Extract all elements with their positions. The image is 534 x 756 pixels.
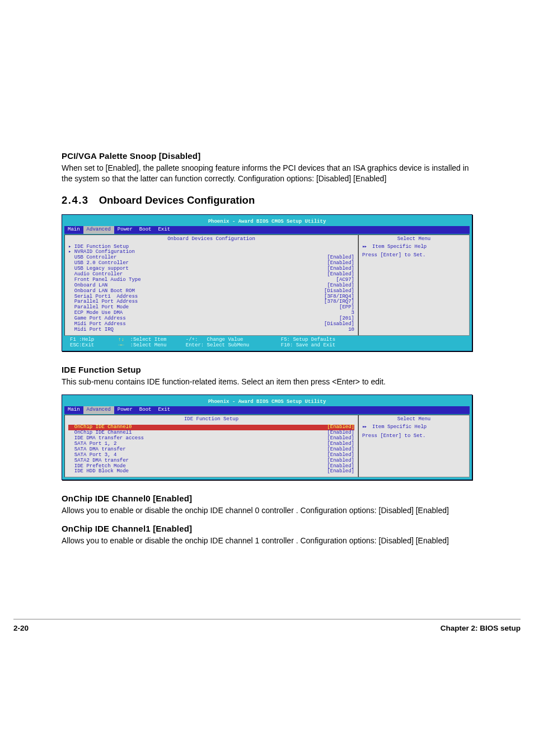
- help-text: Press [Enter] to Set.: [362, 253, 466, 259]
- bios-item[interactable]: Midi Port IRQ10: [68, 327, 354, 333]
- page-footer: 2-20 Chapter 2: BIOS setup: [13, 619, 521, 632]
- bios-tab-power[interactable]: Power: [114, 406, 136, 414]
- section-heading: 2.4.3Onboard Devices Configuration: [62, 194, 472, 206]
- foot-enter: Enter: Select SubMenu: [186, 343, 281, 349]
- heading-ch0: OnChip IDE Channel0 [Enabled]: [62, 494, 472, 503]
- ffwd-icon: [362, 425, 372, 430]
- bios-panel-onboard: Phoenix - Award BIOS CMOS Setup Utility …: [62, 214, 472, 351]
- bios-tab-power[interactable]: Power: [114, 226, 136, 234]
- ffwd-icon: [362, 245, 372, 250]
- bios-tab-advanced[interactable]: Advanced: [83, 406, 114, 414]
- bios-tab-exit[interactable]: Exit: [154, 406, 174, 414]
- para-pci: When set to [Enabled], the pallete snoop…: [62, 163, 472, 184]
- section-num: 2.4.3: [62, 194, 89, 206]
- bios-title: Phoenix - Award BIOS CMOS Setup Utility: [64, 397, 470, 406]
- page-number: 2-20: [13, 624, 29, 632]
- bios-item[interactable]: IDE HDD Block Mode[Enabled]: [68, 469, 354, 475]
- section-title: Onboard Devices Configuration: [99, 194, 255, 206]
- help-text: Press [Enter] to Set.: [362, 434, 466, 439]
- help-level: Item Specific Help: [372, 245, 427, 250]
- help-level: Item Specific Help: [372, 425, 427, 430]
- bios-help-header: Select Menu: [362, 417, 466, 422]
- bios-help-panel: Select Menu Item Specific Help Press [En…: [358, 234, 470, 336]
- bios-tab-boot[interactable]: Boot: [136, 226, 155, 234]
- heading-pci: PCI/VGA Palette Snoop [Disabled]: [62, 151, 472, 161]
- bios-tab-row[interactable]: MainAdvancedPowerBootExit: [64, 226, 470, 234]
- bios-panel-ide: Phoenix - Award BIOS CMOS Setup Utility …: [62, 395, 472, 480]
- foot-esc: ESC:Exit: [70, 343, 118, 349]
- foot-lr: :Select Menu: [124, 343, 186, 349]
- bios-panel-header: Onboard Devices Configuration: [68, 237, 354, 242]
- bios-tab-advanced[interactable]: Advanced: [83, 226, 114, 234]
- heading-ide-setup: IDE Function Setup: [62, 365, 472, 374]
- bios-left-panel: Onboard Devices Configuration ▸ IDE Func…: [64, 234, 358, 336]
- bios-tab-boot[interactable]: Boot: [136, 406, 155, 414]
- bios-panel-header: IDE Function Setup: [68, 417, 354, 422]
- para-ide-setup: This sub-menu contains IDE function-rela…: [62, 377, 472, 387]
- bios-help-header: Select Menu: [362, 237, 466, 242]
- para-ch0: Allows you to enable or disable the onch…: [62, 505, 472, 516]
- bios-tab-row[interactable]: MainAdvancedPowerBootExit: [64, 406, 470, 414]
- bios-tab-main[interactable]: Main: [64, 226, 83, 234]
- bios-title: Phoenix - Award BIOS CMOS Setup Utility: [64, 217, 470, 226]
- foot-f10: F10: Save and Exit: [281, 343, 335, 349]
- bios-left-panel: IDE Function Setup OnChip IDE Channel0[E…: [64, 415, 358, 477]
- bios-item[interactable]: Front Panel Audio Type[AC97]: [68, 278, 354, 283]
- bios-help-panel: Select Menu Item Specific Help Press [En…: [358, 415, 470, 477]
- chapter-label: Chapter 2: BIOS setup: [441, 624, 521, 632]
- lr-icon: [118, 343, 124, 349]
- bios-tab-main[interactable]: Main: [64, 406, 83, 414]
- bios-tab-exit[interactable]: Exit: [154, 226, 174, 234]
- bios-footer: F1 :Help :Select Item -/+: Change Value …: [64, 336, 470, 351]
- heading-ch1: OnChip IDE Channel1 [Enabled]: [62, 524, 472, 533]
- para-ch1: Allows you to enable or disable the onch…: [62, 536, 472, 546]
